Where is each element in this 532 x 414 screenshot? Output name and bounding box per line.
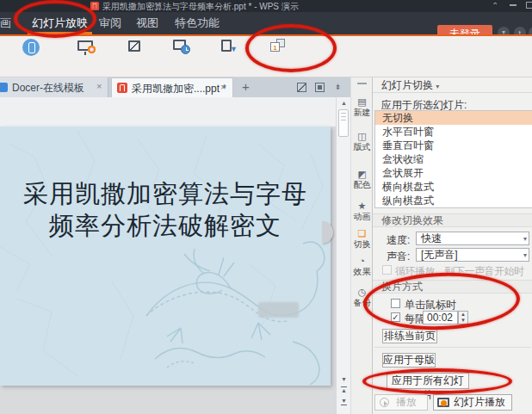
layout-icon: ◫ bbox=[351, 131, 373, 142]
rehearse-current-button[interactable]: 排练当前页 bbox=[382, 329, 437, 343]
speed-value: 快速 bbox=[421, 232, 442, 244]
apply-master-button[interactable]: 应用于母版 bbox=[382, 353, 436, 368]
slideshow-icon bbox=[437, 398, 449, 407]
app-ppt-icon bbox=[90, 2, 99, 10]
menu-tab-view[interactable]: 视图 bbox=[136, 12, 158, 34]
speed-label: 速度: bbox=[387, 233, 410, 248]
document-tabbar: Docer-在线模板 × 采用凯撒加密....ppt * × + ⇟ bbox=[0, 77, 350, 97]
phone-remote-icon bbox=[22, 39, 40, 56]
speed-caret-icon: ▾ bbox=[523, 233, 527, 245]
transition-list[interactable]: 无切换 水平百叶窗 垂直百叶窗 盒状收缩 盒状展开 横向棋盘式 纵向棋盘式 bbox=[374, 110, 532, 208]
transition-option[interactable]: 垂直百叶窗 bbox=[375, 139, 532, 152]
panel-collapse-handle[interactable] bbox=[322, 221, 333, 244]
tab-docer[interactable]: Docer-在线模板 × bbox=[0, 77, 108, 97]
vertical-scrollbar[interactable]: ▲ ▼ ▲ ▼ bbox=[336, 97, 350, 414]
tab-document[interactable]: 采用凯撒加密....ppt * × bbox=[111, 77, 233, 97]
next-slide-icon[interactable]: ▼ bbox=[341, 398, 347, 405]
annotation-ellipse-slideshow-tab bbox=[14, 0, 96, 38]
toolstrip-layout[interactable]: ◫版式 bbox=[351, 131, 373, 151]
transition-icon: ❏ bbox=[351, 228, 373, 239]
slideshow-label: 幻灯片播放 bbox=[454, 396, 505, 408]
play-button[interactable]: 播放 bbox=[374, 394, 428, 411]
rehearse-clock-icon bbox=[181, 45, 190, 54]
slide-title-line2: 频率分析法破解密文 bbox=[0, 210, 331, 242]
panel-title-caret-icon: ▾ bbox=[436, 83, 439, 90]
transition-panel: 幻灯片切换 ▾ 应用于所选幻灯片: 无切换 水平百叶窗 垂直百叶窗 盒状收缩 盒… bbox=[372, 77, 532, 414]
sound-value: [无声音] bbox=[421, 249, 458, 261]
transition-option[interactable]: 纵向棋盘式 bbox=[375, 194, 532, 207]
menu-tab-animation[interactable]: 动画 bbox=[0, 12, 11, 34]
tabbar-tool-icon[interactable] bbox=[297, 83, 306, 92]
slideshow-play-button[interactable]: 幻灯片播放 bbox=[433, 394, 512, 411]
window-title: 采用凯撒加密算法与字母频率分析.ppt * - WPS 演示 bbox=[102, 1, 299, 13]
scrollbar-thumb[interactable] bbox=[338, 109, 349, 137]
annotation-ellipse-apply-all bbox=[362, 368, 512, 394]
workspace-top-margin bbox=[0, 97, 336, 127]
toolstrip-colors[interactable]: ◩配色 bbox=[351, 169, 373, 189]
transition-option[interactable]: 水平百叶窗 bbox=[375, 125, 532, 139]
hide-pane-icon[interactable] bbox=[357, 83, 367, 84]
toolstrip-animation[interactable]: ★动画 bbox=[351, 201, 373, 221]
play-icon bbox=[380, 398, 389, 407]
tabbar-view-icon[interactable] bbox=[315, 83, 325, 92]
tab-document-close-icon[interactable]: × bbox=[220, 82, 226, 92]
prev-slide-icon[interactable]: ▲ bbox=[341, 386, 347, 394]
new-tab-button[interactable]: + bbox=[242, 79, 250, 94]
speaker-notes-arrow-icon: ▼ bbox=[230, 46, 238, 53]
hide-slide-icon bbox=[128, 40, 140, 52]
effect-icon: ◔ bbox=[351, 256, 373, 267]
tab-docer-close-icon[interactable]: × bbox=[96, 81, 102, 91]
sound-label: 声音: bbox=[387, 250, 410, 264]
new-slide-icon: ▤ bbox=[351, 96, 373, 108]
sound-select[interactable]: [无声音] ▾ bbox=[416, 248, 529, 262]
toolstrip-transition[interactable]: ❏切换 bbox=[351, 228, 373, 249]
collapse-ribbon-icon[interactable]: ⌃ bbox=[492, 2, 498, 10]
panel-title: 幻灯片切换 bbox=[373, 79, 433, 91]
toolstrip-effect[interactable]: ◔效果 bbox=[351, 256, 373, 276]
tab-docer-label: Docer-在线模板 bbox=[12, 81, 84, 96]
transition-option[interactable]: 盒状展开 bbox=[375, 166, 532, 180]
docer-icon bbox=[0, 83, 8, 92]
slide-title[interactable]: 采用凯撒加密算法与字母 频率分析法破解密文 bbox=[0, 178, 331, 242]
slide-texture bbox=[0, 127, 331, 386]
divider bbox=[374, 347, 531, 348]
setup-show-gear-icon bbox=[88, 46, 96, 53]
menu-tab-review[interactable]: 审阅 bbox=[99, 12, 121, 34]
animation-icon: ★ bbox=[351, 201, 373, 212]
speed-select[interactable]: 快速 ▾ bbox=[416, 232, 529, 245]
play-label: 播放 bbox=[396, 396, 417, 408]
side-toolstrip: ▤新建 ◫版式 ◩配色 ★动画 ❏切换 ◔效果 ◷备份 bbox=[350, 77, 372, 414]
toolstrip-new[interactable]: ▤新建 bbox=[351, 96, 373, 117]
color-scheme-icon: ◩ bbox=[351, 169, 373, 180]
tabbar-more-icon[interactable]: ⇟ bbox=[333, 83, 343, 92]
minimize-icon[interactable] bbox=[510, 4, 517, 6]
slide-canvas[interactable]: 采用凯撒加密算法与字母 频率分析法破解密文 bbox=[0, 127, 331, 386]
sound-caret-icon: ▾ bbox=[523, 250, 527, 262]
tab-document-label: 采用凯撒加密....ppt * bbox=[132, 82, 226, 96]
transition-option-selected[interactable]: 无切换 bbox=[375, 111, 532, 125]
maximize-icon[interactable] bbox=[526, 2, 532, 9]
scroll-down-icon[interactable]: ▼ bbox=[337, 376, 351, 383]
scroll-up-icon[interactable]: ▲ bbox=[337, 100, 351, 107]
menu-tab-special[interactable]: 特色功能 bbox=[175, 12, 220, 34]
slide-title-line1: 采用凯撒加密算法与字母 bbox=[0, 178, 331, 210]
transition-option[interactable]: 横向棋盘式 bbox=[375, 180, 532, 194]
blur-patch bbox=[258, 302, 299, 318]
transition-option[interactable]: 盒状收缩 bbox=[375, 152, 532, 166]
panel-header[interactable]: 幻灯片切换 ▾ bbox=[373, 77, 532, 93]
slide-workspace: 采用凯撒加密算法与字母 频率分析法破解密文 bbox=[0, 97, 336, 414]
modify-section-header: 修改切换效果 bbox=[373, 213, 532, 227]
ppt-file-icon bbox=[117, 83, 127, 93]
annotation-ellipse-transition-button bbox=[245, 24, 337, 72]
loop-checkbox[interactable] bbox=[382, 265, 392, 275]
